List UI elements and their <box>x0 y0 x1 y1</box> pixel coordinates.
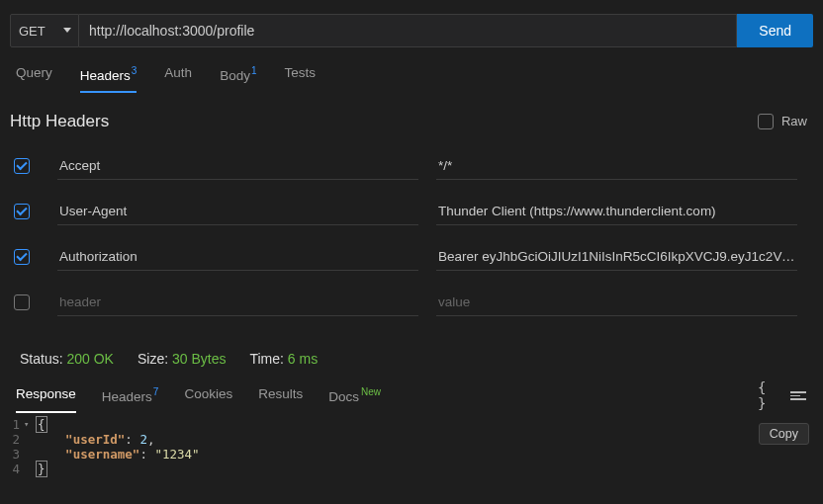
response-tabs-row: Response Headers7 Cookies Results DocsNe… <box>0 378 823 414</box>
method-select[interactable]: GET <box>10 14 79 47</box>
header-name-input[interactable] <box>57 198 418 225</box>
header-value-input[interactable] <box>436 289 797 316</box>
header-value-input[interactable] <box>436 198 797 225</box>
editor-line: 2 "userId": 2, <box>0 432 823 447</box>
raw-checkbox[interactable] <box>758 114 774 129</box>
tab-query[interactable]: Query <box>16 57 52 93</box>
docs-new-badge: New <box>361 386 381 397</box>
headers-title: Http Headers <box>10 112 109 131</box>
response-view-icons: { } <box>758 386 807 404</box>
header-enable-checkbox[interactable] <box>14 249 30 265</box>
header-row-accept <box>0 143 823 189</box>
status-value: 200 OK <box>66 351 113 367</box>
tab-results[interactable]: Results <box>258 378 303 414</box>
tab-cookies[interactable]: Cookies <box>184 378 232 414</box>
tab-body-badge: 1 <box>251 65 257 76</box>
url-input[interactable] <box>79 14 737 47</box>
tab-resp-headers[interactable]: Headers7 <box>102 378 159 414</box>
headers-title-row: Http Headers Raw <box>0 94 823 143</box>
status-block: Status: 200 OK <box>20 351 114 367</box>
tab-headers[interactable]: Headers3 <box>80 57 137 93</box>
request-tabs: Query Headers3 Auth Body1 Tests <box>0 57 823 94</box>
editor-line: 4 } <box>0 462 823 476</box>
tab-tests[interactable]: Tests <box>284 57 316 93</box>
send-button[interactable]: Send <box>737 14 813 47</box>
header-name-input[interactable] <box>57 243 418 271</box>
raw-toggle[interactable]: Raw <box>758 114 807 129</box>
header-enable-checkbox[interactable] <box>14 158 30 174</box>
header-enable-checkbox[interactable] <box>14 204 30 219</box>
header-row-user-agent <box>0 189 823 234</box>
size-block: Size: 30 Bytes <box>137 351 227 367</box>
response-editor[interactable]: Copy 1▾ { 2 "userId": 2, 3 "username": "… <box>0 413 823 476</box>
method-select-wrap: GET <box>10 14 79 47</box>
format-json-icon[interactable]: { } <box>758 386 776 404</box>
editor-line: 3 "username": "1234" <box>0 447 823 462</box>
tab-headers-badge: 3 <box>132 65 137 76</box>
header-value-input[interactable] <box>436 243 797 271</box>
tab-body[interactable]: Body1 <box>220 57 256 93</box>
tab-docs[interactable]: DocsNew <box>328 378 381 414</box>
header-value-input[interactable] <box>436 152 797 180</box>
fold-icon[interactable]: ▾ <box>24 417 36 432</box>
wrap-lines-icon[interactable] <box>789 386 807 404</box>
editor-line: 1▾ { <box>0 417 823 432</box>
response-status-row: Status: 200 OK Size: 30 Bytes Time: 6 ms <box>0 325 823 378</box>
raw-label: Raw <box>781 114 807 128</box>
tab-body-label: Body <box>220 68 250 83</box>
header-enable-checkbox[interactable] <box>14 294 30 310</box>
time-value: 6 ms <box>288 351 318 367</box>
size-value: 30 Bytes <box>172 351 226 367</box>
time-block: Time: 6 ms <box>249 351 318 367</box>
header-name-input[interactable] <box>57 289 418 316</box>
response-tabs: Response Headers7 Cookies Results DocsNe… <box>16 378 758 414</box>
copy-button[interactable]: Copy <box>759 423 809 445</box>
request-bar: GET Send <box>0 0 823 57</box>
header-row-authorization <box>0 234 823 280</box>
tab-response[interactable]: Response <box>16 378 76 414</box>
header-name-input[interactable] <box>57 152 418 180</box>
tab-auth[interactable]: Auth <box>164 57 192 93</box>
tab-headers-label: Headers <box>80 68 131 83</box>
resp-headers-badge: 7 <box>153 386 159 397</box>
header-row-empty <box>0 280 823 325</box>
